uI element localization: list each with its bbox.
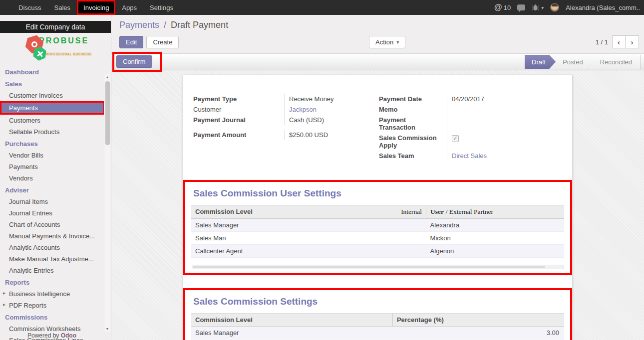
sidebar-item-label: PDF Reports [9, 302, 46, 309]
left-sidebar: Edit Company data PROBUSE PROFESSIONAL B… [0, 15, 111, 340]
cell-user: Algenon [426, 245, 564, 258]
sidebar-item-business-intelligence[interactable]: ▸Business Intelligence [0, 288, 111, 300]
customer-link[interactable]: Jackpson [284, 104, 379, 115]
sidebar-item-payments-purchase[interactable]: Payments [0, 161, 111, 172]
breadcrumb-current: Draft Payment [171, 20, 228, 30]
sidebar-item-analytic-accounts[interactable]: Analytic Accounts [0, 242, 111, 253]
col-percentage[interactable]: Percentage (%) [392, 314, 564, 327]
user-menu[interactable]: Alexandra (Sales_comm.. [566, 4, 640, 11]
commission-settings-table: Commission Level Percentage (%) Sales Ma… [191, 313, 564, 340]
status-reconciled[interactable]: Reconciled [588, 55, 641, 69]
pager-next-button[interactable]: › [626, 35, 639, 48]
sidebar-item-journal-entries[interactable]: Journal Entries [0, 207, 111, 219]
sidebar-item-dashboard[interactable]: Dashboard [0, 66, 111, 78]
table-row[interactable]: Sales Manager 3.00 [191, 327, 564, 340]
mentions-counter[interactable]: @ 10 [494, 3, 511, 12]
sidebar-section-commissions[interactable]: Commissions [0, 311, 111, 323]
sidebar-item-journal-items[interactable]: Journal Items [0, 196, 111, 207]
user-avatar[interactable] [550, 3, 559, 12]
caret-down-icon: ▾ [541, 5, 544, 10]
create-button[interactable]: Create [146, 36, 179, 48]
main-panel: Payments / Draft Payment Edit Create Act… [111, 15, 644, 340]
sidebar-item-sellable-products[interactable]: Sellable Products [0, 126, 111, 138]
menu-sales[interactable]: Sales [48, 0, 77, 15]
sidebar-item-vendor-bills[interactable]: Vendor Bills [0, 150, 111, 161]
sidebar-section-purchases[interactable]: Purchases [0, 138, 111, 150]
cell-level: Sales Manager [191, 219, 426, 232]
table-row[interactable]: Sales Manager Alexandra [191, 219, 564, 232]
menu-settings[interactable]: Settings [143, 0, 180, 15]
top-menu: Discuss Sales Invoicing Apps Settings [0, 0, 180, 15]
payment-date-label: Payment Date [379, 94, 447, 104]
sidebar-item-payments[interactable]: Payments [1, 103, 103, 113]
control-panel: Edit Create Action ▾ 1 / 1 ‹ › [111, 32, 644, 53]
status-draft[interactable]: Draft [525, 55, 556, 69]
form-sheet: Payment Type Receive Money Customer Jack… [183, 75, 573, 340]
edit-company-tooltip[interactable]: Edit Company data [0, 21, 111, 33]
content-area: Payment Type Receive Money Customer Jack… [111, 70, 644, 340]
payment-journal-label: Payment Journal [193, 115, 284, 125]
confirm-button[interactable]: Confirm [116, 55, 152, 68]
expand-arrow-icon[interactable]: ▸ [3, 290, 5, 296]
payment-transaction-label: Payment Transaction [379, 115, 447, 133]
cell-percentage: 3.00 [392, 327, 564, 340]
horizontal-scrollbar[interactable] [192, 265, 564, 269]
status-posted[interactable]: Posted [551, 55, 593, 69]
sidebar-item-customers[interactable]: Customers [0, 115, 111, 126]
top-navbar: Discuss Sales Invoicing Apps Settings @ … [0, 0, 644, 15]
annotation-box-confirm: Confirm [112, 52, 162, 72]
debug-menu[interactable]: ▾ [532, 4, 544, 11]
sidebar-section-reports[interactable]: Reports [0, 276, 111, 288]
scrollbar-thumb[interactable] [105, 81, 110, 145]
scrollbar-thumb[interactable] [193, 266, 545, 268]
bug-icon [532, 4, 539, 11]
menu-apps[interactable]: Apps [115, 0, 143, 15]
sidebar-item-analytic-entries[interactable]: Analytic Entries [0, 265, 111, 276]
user-settings-title: Sales Commission User Settings [193, 188, 564, 199]
sales-team-link[interactable]: Direct Sales [447, 151, 563, 161]
memo-value [447, 104, 563, 115]
menu-discuss[interactable]: Discuss [12, 0, 48, 15]
sidebar-item-label: Business Intelligence [9, 290, 70, 298]
sidebar-section-sales[interactable]: Sales [0, 78, 111, 90]
payment-form: Payment Type Receive Money Customer Jack… [183, 75, 572, 170]
col-commission-level[interactable]: Commission Level [191, 314, 392, 327]
table-row[interactable]: Callcenter Agent Algenon [191, 245, 564, 258]
odoo-brand-link[interactable]: Odoo [61, 332, 76, 339]
sales-commission-apply-checkbox[interactable]: ✓ [452, 135, 459, 142]
sidebar-item-vendors[interactable]: Vendors [0, 172, 111, 184]
annotation-box-user-settings: Sales Commission User Settings Commissio… [183, 180, 572, 275]
sidebar-item-chart-of-accounts[interactable]: Chart of Accounts [0, 219, 111, 230]
sidebar-section-adviser[interactable]: Adviser [0, 184, 111, 196]
scroll-up-icon[interactable]: ▲ [106, 74, 109, 80]
messages-icon[interactable] [517, 4, 525, 10]
logo-text: PROBUSE PROFESSIONAL BUSINESS [39, 36, 99, 61]
pager-previous-button[interactable]: ‹ [612, 35, 626, 48]
action-dropdown[interactable]: Action ▾ [369, 36, 405, 48]
edit-button[interactable]: Edit [119, 36, 143, 48]
cell-level: Callcenter Agent [191, 245, 426, 258]
sidebar-item-manual-tax[interactable]: Make Manual Tax Adjustme... [0, 253, 111, 265]
sales-commission-apply-label: Sales Commission Apply [379, 133, 447, 151]
scroll-down-icon[interactable]: ▼ [106, 326, 109, 332]
memo-label: Memo [379, 104, 447, 115]
table-row[interactable]: Sales Man Mickon [191, 232, 564, 245]
expand-arrow-icon[interactable]: ▸ [3, 302, 5, 307]
topbar-right: @ 10 ▾ Alexandra (Sales_comm.. [494, 3, 644, 12]
col-user-external-partner[interactable]: User / External Partner [426, 205, 564, 219]
col-label-internal: Internal [401, 208, 422, 216]
logo-title: PROBUSE [39, 36, 99, 45]
breadcrumb-payments-link[interactable]: Payments [119, 20, 159, 30]
sidebar-scrollbar[interactable]: ▲ ▼ [104, 74, 110, 332]
mention-count: 10 [504, 4, 511, 11]
col-label: Commission Level [195, 208, 253, 215]
sidebar-item-pdf-reports[interactable]: ▸PDF Reports [0, 300, 111, 311]
col-commission-level[interactable]: Commission Level Internal [191, 205, 426, 219]
company-logo[interactable]: PROBUSE PROFESSIONAL BUSINESS [0, 34, 111, 62]
sidebar-item-customer-invoices[interactable]: Customer Invoices [0, 90, 111, 101]
col-label-user: User [430, 208, 444, 215]
menu-invoicing[interactable]: Invoicing [77, 0, 115, 15]
sidebar-item-manual-payments[interactable]: Manual Payments & Invoice... [0, 230, 111, 242]
cell-level: Sales Manager [191, 327, 392, 340]
caret-down-icon: ▾ [396, 39, 399, 45]
